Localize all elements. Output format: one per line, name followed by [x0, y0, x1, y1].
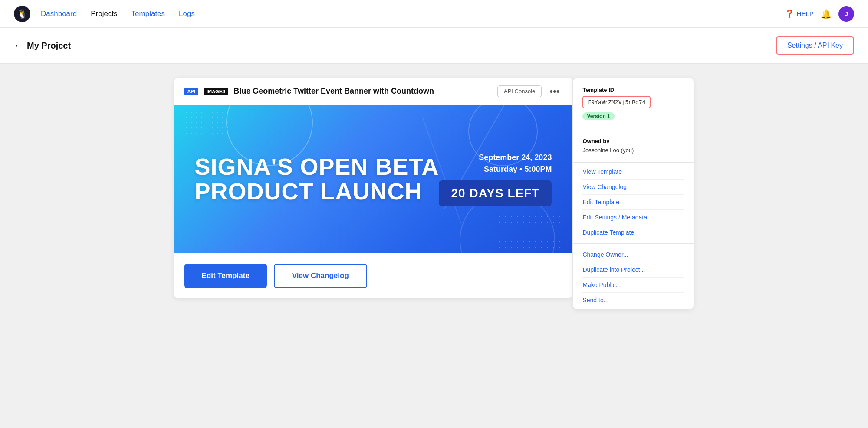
nav-link-dashboard[interactable]: Dashboard: [41, 10, 77, 18]
notification-bell-icon[interactable]: 🔔: [821, 9, 832, 19]
banner-date-line2: Saturday • 5:00PM: [479, 163, 552, 175]
secondary-links-section: Change Owner... Duplicate into Project..…: [573, 245, 694, 309]
owned-by-label: Owned by: [582, 138, 684, 144]
template-id-section: Template ID E9YaWrZM2Vj5nRd74 Version 1: [573, 78, 694, 129]
nav-link-projects[interactable]: Projects: [91, 10, 117, 18]
content-area: API IMAGES Blue Geometric Twitter Event …: [174, 78, 694, 310]
template-title: Blue Geometric Twitter Event Banner with…: [233, 87, 492, 96]
geo-dots-pattern-2: [178, 110, 230, 136]
view-template-link[interactable]: View Template: [582, 164, 684, 180]
help-icon: ❓: [785, 9, 794, 19]
owned-by-section: Owned by Josephine Loo (you): [573, 129, 694, 163]
edit-template-button[interactable]: Edit Template: [184, 264, 267, 288]
api-console-button[interactable]: API Console: [497, 85, 542, 97]
help-button[interactable]: ❓ HELP: [785, 9, 814, 19]
card-header: API IMAGES Blue Geometric Twitter Event …: [174, 78, 573, 105]
images-badge: IMAGES: [204, 88, 228, 95]
send-to-link[interactable]: Send to...: [582, 293, 684, 307]
page-header: ← My Project Settings / API Key: [0, 28, 868, 64]
edit-template-link[interactable]: Edit Template: [582, 195, 684, 210]
sidebar-panel: Template ID E9YaWrZM2Vj5nRd74 Version 1 …: [572, 78, 694, 310]
main-content: API IMAGES Blue Geometric Twitter Event …: [0, 64, 868, 323]
nav-link-logs[interactable]: Logs: [179, 10, 195, 18]
user-avatar[interactable]: J: [838, 6, 854, 22]
template-banner: SIGNA'S OPEN BETA PRODUCT LAUNCH Septemb…: [174, 105, 573, 253]
nav-bar: 🐧 Dashboard Projects Templates Logs ❓ HE…: [0, 0, 868, 28]
divider: [573, 243, 694, 244]
banner-text: SIGNA'S OPEN BETA PRODUCT LAUNCH: [195, 154, 439, 203]
banner-headline-line1: SIGNA'S OPEN BETA: [195, 154, 439, 179]
edit-settings-link[interactable]: Edit Settings / Metadata: [582, 210, 684, 225]
nav-links: Dashboard Projects Templates Logs: [41, 10, 785, 18]
primary-links-section: View Template View Changelog Edit Templa…: [573, 163, 694, 242]
duplicate-into-project-link[interactable]: Duplicate into Project...: [582, 262, 684, 278]
back-button[interactable]: ← My Project: [14, 40, 71, 51]
page-title: My Project: [27, 41, 71, 51]
api-badge: API: [184, 88, 198, 95]
banner-date-line1: September 24, 2023: [479, 152, 552, 163]
banner-right-section: September 24, 2023 Saturday • 5:00PM 20 …: [439, 152, 552, 206]
nav-right: ❓ HELP 🔔 J: [785, 6, 854, 22]
banner-date: September 24, 2023 Saturday • 5:00PM: [479, 152, 552, 175]
template-id-label: Template ID: [582, 87, 684, 93]
app-logo[interactable]: 🐧: [14, 6, 30, 22]
banner-countdown: 20 DAYS LEFT: [439, 180, 552, 206]
banner-headline-line2: PRODUCT LAUNCH: [195, 179, 439, 204]
template-card: API IMAGES Blue Geometric Twitter Event …: [174, 78, 573, 298]
view-changelog-button[interactable]: View Changelog: [274, 264, 367, 288]
view-changelog-link[interactable]: View Changelog: [582, 180, 684, 195]
make-public-link[interactable]: Make Public...: [582, 278, 684, 293]
owned-by-value: Josephine Loo (you): [582, 147, 684, 154]
nav-link-templates[interactable]: Templates: [132, 10, 165, 18]
more-options-icon[interactable]: •••: [547, 86, 562, 97]
card-footer: Edit Template View Changelog: [174, 253, 573, 298]
version-badge: Version 1: [582, 112, 614, 120]
duplicate-template-link[interactable]: Duplicate Template: [582, 225, 684, 240]
help-label: HELP: [797, 10, 814, 17]
template-id-value: E9YaWrZM2Vj5nRd74: [582, 96, 651, 108]
geo-dots-pattern: [490, 214, 568, 248]
change-owner-link[interactable]: Change Owner...: [582, 247, 684, 262]
settings-api-key-button[interactable]: Settings / API Key: [776, 36, 854, 55]
back-arrow-icon: ←: [14, 40, 23, 51]
